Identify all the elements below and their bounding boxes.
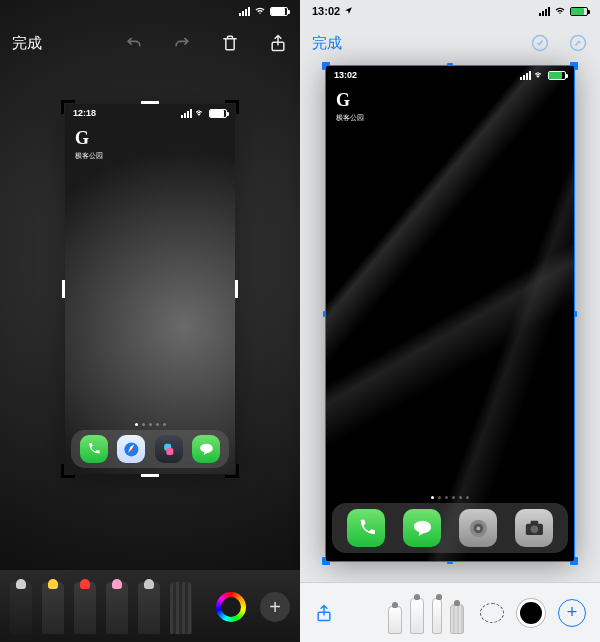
status-time: 13:02 xyxy=(312,5,340,17)
redo-icon[interactable] xyxy=(172,33,192,53)
svg-point-10 xyxy=(530,525,538,533)
light-markup-editor: 13:02 完成 xyxy=(300,0,600,642)
done-button[interactable]: 完成 xyxy=(12,34,42,53)
page-indicator xyxy=(326,496,574,499)
inner-status-bar: 13:02 ᯤ xyxy=(326,66,574,80)
pen-tool[interactable] xyxy=(410,598,424,634)
dock xyxy=(71,430,229,468)
home-widget: G 极客公园 xyxy=(75,128,235,161)
lasso-tool-icon[interactable] xyxy=(480,603,504,623)
cellular-signal-icon xyxy=(239,7,250,16)
cellular-signal-icon xyxy=(181,109,192,118)
status-icons xyxy=(539,4,588,18)
widget-caption: 极客公园 xyxy=(75,151,235,161)
done-button[interactable]: 完成 xyxy=(312,34,342,53)
pen-tool[interactable] xyxy=(388,606,402,634)
canvas-area: 12:18 ᯤ G 极客公园 xyxy=(0,64,300,474)
cellular-signal-icon xyxy=(520,71,531,80)
battery-icon xyxy=(209,109,227,118)
dock xyxy=(332,503,568,553)
phone-app-icon xyxy=(347,509,385,547)
wifi-icon xyxy=(554,4,566,18)
status-bar xyxy=(0,0,300,22)
messages-app-icon xyxy=(403,509,441,547)
add-shape-button[interactable]: + xyxy=(558,599,586,627)
redo-icon[interactable] xyxy=(568,33,588,53)
crop-handle[interactable] xyxy=(141,474,159,477)
status-icons xyxy=(239,4,288,18)
widget-logo: G xyxy=(75,128,235,149)
share-icon[interactable] xyxy=(314,603,334,623)
shortcuts-app-icon xyxy=(155,435,183,463)
undo-icon[interactable] xyxy=(530,33,550,53)
canvas-area: 13:02 ᯤ G 极客公园 xyxy=(300,64,600,561)
home-widget: G 极客公园 xyxy=(336,90,574,123)
crop-frame[interactable]: 12:18 ᯤ G 极客公园 xyxy=(65,104,235,474)
inner-time: 13:02 xyxy=(334,70,357,80)
svg-rect-3 xyxy=(167,448,174,455)
pen-tool[interactable] xyxy=(432,598,442,634)
svg-rect-11 xyxy=(530,520,538,524)
battery-icon xyxy=(548,71,566,80)
share-icon[interactable] xyxy=(268,33,288,53)
pencil-tool[interactable] xyxy=(106,582,128,634)
crop-frame[interactable]: 13:02 ᯤ G 极客公园 xyxy=(326,66,574,561)
widget-logo: G xyxy=(336,90,574,111)
pen-tools xyxy=(388,592,464,634)
inner-time: 12:18 xyxy=(73,108,96,118)
color-swatch-icon[interactable] xyxy=(520,602,542,624)
highlighter-tool[interactable] xyxy=(74,582,96,634)
wifi-icon: ᯤ xyxy=(196,108,205,118)
camera-app-icon xyxy=(515,509,553,547)
nav-bar: 完成 xyxy=(0,22,300,64)
pen-tool[interactable] xyxy=(10,582,32,634)
cellular-signal-icon xyxy=(539,7,550,16)
markup-tool-tray: + xyxy=(0,570,300,642)
svg-point-8 xyxy=(476,526,480,530)
phone-app-icon xyxy=(80,435,108,463)
safari-app-icon xyxy=(117,435,145,463)
add-shape-button[interactable]: + xyxy=(260,592,290,622)
inner-status-bar: 12:18 ᯤ xyxy=(65,104,235,118)
settings-app-icon xyxy=(459,509,497,547)
color-picker-icon[interactable] xyxy=(216,592,246,622)
battery-icon xyxy=(270,7,288,16)
location-icon xyxy=(344,5,353,17)
eraser-tool[interactable] xyxy=(138,582,160,634)
ruler-tool[interactable] xyxy=(170,582,192,634)
trash-icon[interactable] xyxy=(220,33,240,53)
messages-app-icon xyxy=(192,435,220,463)
crop-handle[interactable] xyxy=(235,280,238,298)
wifi-icon: ᯤ xyxy=(535,70,544,80)
screenshot-content: 13:02 ᯤ G 极客公园 xyxy=(326,66,574,561)
screenshot-content: 12:18 ᯤ G 极客公园 xyxy=(65,104,235,474)
battery-icon xyxy=(570,7,588,16)
markup-bottom-bar: + xyxy=(300,582,600,642)
undo-icon[interactable] xyxy=(124,33,144,53)
status-bar: 13:02 xyxy=(300,0,600,22)
nav-bar: 完成 xyxy=(300,22,600,64)
page-indicator xyxy=(65,423,235,426)
wifi-icon xyxy=(254,4,266,18)
widget-caption: 极客公园 xyxy=(336,113,574,123)
pen-tool[interactable] xyxy=(450,604,464,634)
marker-tool[interactable] xyxy=(42,582,64,634)
dark-markup-editor: 完成 xyxy=(0,0,300,642)
